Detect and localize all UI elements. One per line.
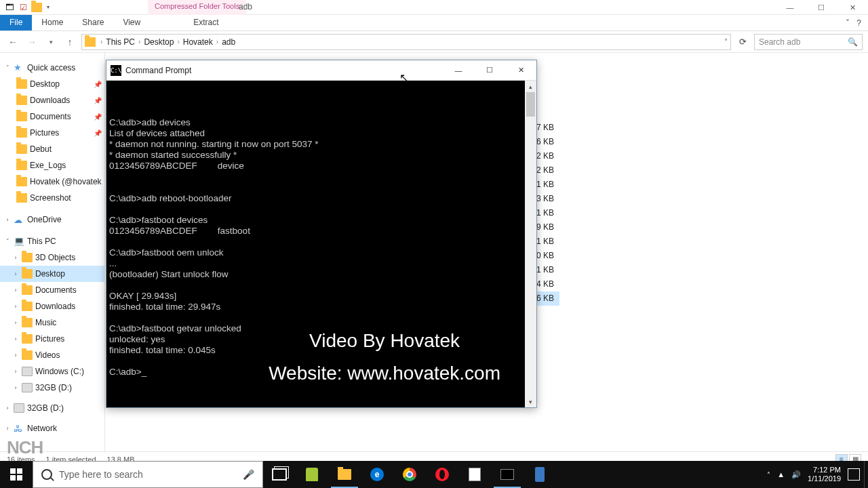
- nav-pc-pictures[interactable]: ›Pictures: [0, 331, 104, 347]
- file-size-cell[interactable]: 9 KB: [536, 220, 559, 235]
- cmd-minimize-button[interactable]: —: [443, 60, 474, 81]
- nav-debut[interactable]: Debut: [0, 141, 104, 157]
- nav-this-pc[interactable]: ˅💻This PC: [0, 233, 104, 249]
- breadcrumb-this-pc[interactable]: This PC: [106, 37, 135, 47]
- nav-32gb-d[interactable]: ›32GB (D:): [0, 380, 104, 396]
- breadcrumb-adb[interactable]: adb: [222, 37, 235, 47]
- taskbar-search[interactable]: Type here to search 🎤: [33, 461, 263, 488]
- size-column: 7 KB6 KB2 KB2 KB1 KB3 KB1 KB9 KB1 KB0 KB…: [536, 121, 559, 306]
- file-tab[interactable]: File: [0, 15, 32, 30]
- nav-onedrive[interactable]: ›☁OneDrive: [0, 211, 104, 228]
- search-icon[interactable]: 🔍: [848, 37, 858, 47]
- taskbar-cmd[interactable]: [491, 461, 524, 488]
- scroll-thumb[interactable]: [526, 92, 535, 117]
- file-size-cell[interactable]: 1 KB: [536, 263, 559, 277]
- cmd-maximize-button[interactable]: ☐: [474, 60, 505, 81]
- taskbar-chrome[interactable]: [393, 461, 426, 488]
- taskbar-phone[interactable]: [524, 461, 556, 488]
- nav-pc-desktop[interactable]: ›Desktop: [0, 266, 104, 282]
- taskbar-explorer[interactable]: [328, 461, 361, 488]
- action-center-icon[interactable]: [848, 468, 860, 481]
- nav-screenshot[interactable]: Screenshot: [0, 190, 104, 206]
- extract-tab[interactable]: Extract: [184, 15, 228, 30]
- tray-network-icon[interactable]: ▲: [777, 470, 785, 479]
- task-view-button[interactable]: [263, 461, 296, 488]
- taskbar-opera[interactable]: [426, 461, 458, 488]
- file-size-cell[interactable]: 6 KB: [536, 135, 559, 149]
- share-tab[interactable]: Share: [73, 15, 113, 30]
- chevron-right-icon[interactable]: ›: [214, 38, 220, 45]
- nav-3dobjects[interactable]: ›3D Objects: [0, 249, 104, 266]
- qat-dropdown-icon[interactable]: ▾: [45, 4, 52, 10]
- refresh-button[interactable]: ⟳: [735, 35, 750, 49]
- cmd-close-button[interactable]: ✕: [505, 60, 536, 81]
- properties-icon[interactable]: ☑: [18, 2, 28, 13]
- home-tab[interactable]: Home: [32, 15, 73, 30]
- file-size-cell[interactable]: 2 KB: [536, 149, 559, 163]
- search-placeholder: Search adb: [759, 37, 800, 47]
- context-tab-compressed[interactable]: Compressed Folder Tools: [148, 0, 246, 15]
- file-size-cell[interactable]: 1 KB: [536, 178, 559, 192]
- view-tab[interactable]: View: [113, 15, 150, 30]
- nav-desktop[interactable]: Desktop📌: [0, 76, 104, 92]
- breadcrumb-hovatek[interactable]: Hovatek: [183, 37, 213, 47]
- show-desktop-button[interactable]: [864, 461, 868, 488]
- taskbar-edge[interactable]: e: [361, 461, 393, 488]
- nav-network[interactable]: ›🖧Network: [0, 420, 104, 436]
- nav-music[interactable]: ›Music: [0, 314, 104, 331]
- folder-icon[interactable]: [31, 3, 42, 12]
- file-size-cell[interactable]: 1 KB: [536, 206, 559, 220]
- nav-windows-c[interactable]: ›Windows (C:): [0, 363, 104, 380]
- file-size-cell[interactable]: 6 KB: [536, 291, 559, 306]
- nav-videos[interactable]: ›Videos: [0, 347, 104, 363]
- search-input[interactable]: Search adb 🔍: [754, 34, 863, 50]
- up-button[interactable]: ↑: [62, 35, 77, 49]
- explorer-close-button[interactable]: ✕: [837, 0, 868, 15]
- recent-dropdown[interactable]: ▾: [43, 35, 58, 49]
- nav-32gb-d-root[interactable]: ›32GB (D:): [0, 400, 104, 416]
- cmd-scrollbar[interactable]: ▴ ▾: [525, 81, 536, 407]
- nav-pictures[interactable]: Pictures📌: [0, 125, 104, 141]
- help-icon[interactable]: ?: [856, 18, 861, 28]
- explorer-maximize-button[interactable]: ☐: [806, 0, 837, 15]
- file-size-cell[interactable]: 1 KB: [536, 235, 559, 249]
- scroll-down-icon[interactable]: ▾: [525, 396, 536, 407]
- nav-quick-access[interactable]: ˅★Quick access: [0, 60, 104, 76]
- nav-pc-downloads[interactable]: ›Downloads: [0, 298, 104, 314]
- nav-hovatek[interactable]: Hovatek (@hovatek: [0, 174, 104, 190]
- app-icon: 🗔: [4, 2, 15, 13]
- file-size-cell[interactable]: 0 KB: [536, 249, 559, 263]
- file-size-cell[interactable]: 3 KB: [536, 192, 559, 206]
- taskbar-notepad[interactable]: [458, 461, 491, 488]
- chevron-right-icon[interactable]: ›: [175, 38, 181, 45]
- start-button[interactable]: [0, 461, 33, 488]
- nav-pc-documents[interactable]: ›Documents: [0, 282, 104, 298]
- ribbon-expand-icon[interactable]: ˅: [846, 18, 850, 28]
- breadcrumb-desktop[interactable]: Desktop: [144, 37, 174, 47]
- taskbar-android[interactable]: [296, 461, 328, 488]
- chevron-right-icon[interactable]: ›: [98, 38, 104, 45]
- nav-documents[interactable]: Documents📌: [0, 108, 104, 125]
- cmd-titlebar[interactable]: C:\ Command Prompt — ☐ ✕: [106, 60, 536, 81]
- forward-button[interactable]: →: [24, 35, 39, 49]
- tray-volume-icon[interactable]: 🔊: [791, 470, 801, 479]
- search-icon: [41, 469, 52, 480]
- terminal-output[interactable]: C:\adb>adb devices List of devices attac…: [106, 81, 525, 407]
- file-size-cell[interactable]: 4 KB: [536, 277, 559, 291]
- tray-overflow-icon[interactable]: ˄: [767, 471, 770, 479]
- command-prompt-window[interactable]: C:\ Command Prompt — ☐ ✕ C:\adb>adb devi…: [106, 60, 537, 408]
- back-button[interactable]: ←: [5, 35, 20, 49]
- microphone-icon[interactable]: 🎤: [243, 469, 254, 480]
- breadcrumb[interactable]: › This PC › Desktop › Hovatek › adb ˅: [81, 34, 731, 50]
- nav-exelogs[interactable]: Exe_Logs: [0, 157, 104, 174]
- file-size-cell[interactable]: 7 KB: [536, 121, 559, 135]
- chevron-right-icon[interactable]: ›: [136, 38, 142, 45]
- address-dropdown-icon[interactable]: ˅: [724, 38, 728, 45]
- ribbon: File Home Share View Extract ˅ ?: [0, 15, 868, 31]
- file-size-cell[interactable]: 2 KB: [536, 163, 559, 178]
- explorer-minimize-button[interactable]: —: [774, 0, 806, 15]
- nav-downloads[interactable]: Downloads📌: [0, 92, 104, 108]
- clock[interactable]: 7:12 PM1/11/2019: [808, 466, 841, 483]
- scroll-up-icon[interactable]: ▴: [525, 81, 536, 92]
- pin-icon: 📌: [94, 97, 102, 104]
